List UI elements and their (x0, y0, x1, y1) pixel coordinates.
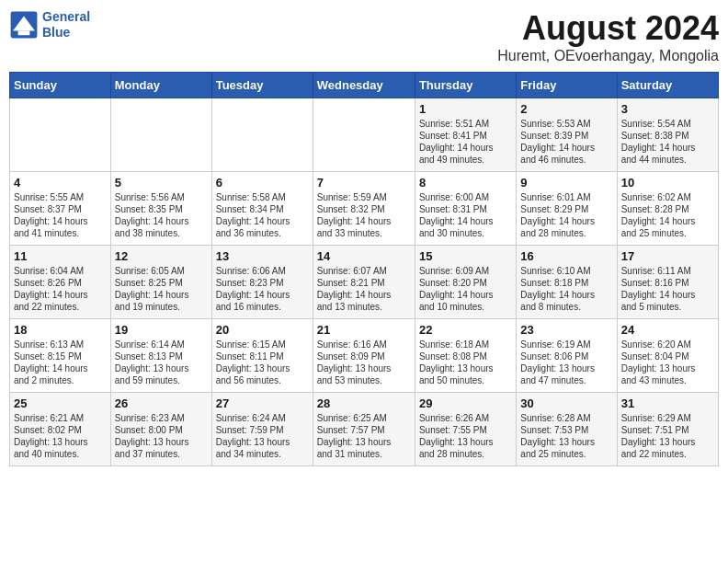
calendar-cell: 5Sunrise: 5:56 AM Sunset: 8:35 PM Daylig… (110, 172, 211, 246)
calendar-cell: 29Sunrise: 6:26 AM Sunset: 7:55 PM Dayli… (415, 393, 516, 466)
logo-line1: General (42, 9, 90, 24)
day-info: Sunrise: 6:00 AM Sunset: 8:31 PM Dayligh… (419, 191, 512, 239)
day-info: Sunrise: 6:14 AM Sunset: 8:13 PM Dayligh… (115, 339, 208, 386)
calendar-cell: 11Sunrise: 6:04 AM Sunset: 8:26 PM Dayli… (10, 246, 111, 319)
day-info: Sunrise: 6:13 AM Sunset: 8:15 PM Dayligh… (14, 339, 107, 386)
day-info: Sunrise: 5:54 AM Sunset: 8:38 PM Dayligh… (621, 118, 714, 166)
day-info: Sunrise: 5:53 AM Sunset: 8:39 PM Dayligh… (520, 118, 612, 166)
day-number: 15 (419, 249, 512, 263)
day-number: 22 (419, 323, 512, 337)
day-number: 10 (621, 176, 714, 190)
calendar-cell: 1Sunrise: 5:51 AM Sunset: 8:41 PM Daylig… (415, 98, 516, 172)
day-number: 26 (115, 396, 208, 410)
calendar-cell: 10Sunrise: 6:02 AM Sunset: 8:28 PM Dayli… (617, 172, 718, 246)
calendar-cell: 18Sunrise: 6:13 AM Sunset: 8:15 PM Dayli… (10, 319, 111, 393)
logo-text: General Blue (42, 9, 90, 40)
day-number: 20 (216, 323, 309, 337)
main-title: August 2024 (497, 9, 719, 48)
calendar-cell: 6Sunrise: 5:58 AM Sunset: 8:34 PM Daylig… (211, 172, 313, 246)
calendar-cell: 27Sunrise: 6:24 AM Sunset: 7:59 PM Dayli… (211, 393, 313, 466)
day-number: 30 (520, 396, 612, 410)
calendar-cell: 26Sunrise: 6:23 AM Sunset: 8:00 PM Dayli… (110, 393, 211, 466)
calendar-cell (313, 98, 415, 172)
day-number: 5 (115, 176, 208, 190)
calendar-cell: 25Sunrise: 6:21 AM Sunset: 8:02 PM Dayli… (10, 393, 111, 466)
calendar-cell: 17Sunrise: 6:11 AM Sunset: 8:16 PM Dayli… (617, 246, 718, 319)
svg-rect-2 (18, 30, 30, 35)
logo-icon (9, 10, 39, 40)
calendar-cell: 3Sunrise: 5:54 AM Sunset: 8:38 PM Daylig… (617, 98, 718, 172)
calendar-cell: 16Sunrise: 6:10 AM Sunset: 8:18 PM Dayli… (517, 246, 617, 319)
calendar-cell (10, 98, 111, 172)
weekday-sunday: Sunday (10, 73, 111, 98)
day-info: Sunrise: 6:06 AM Sunset: 8:23 PM Dayligh… (216, 265, 309, 313)
day-info: Sunrise: 6:04 AM Sunset: 8:26 PM Dayligh… (14, 265, 107, 313)
day-info: Sunrise: 6:05 AM Sunset: 8:25 PM Dayligh… (115, 265, 208, 313)
weekday-wednesday: Wednesday (313, 73, 415, 98)
weekday-tuesday: Tuesday (211, 73, 313, 98)
day-info: Sunrise: 6:29 AM Sunset: 7:51 PM Dayligh… (621, 412, 714, 460)
day-number: 25 (14, 396, 107, 410)
weekday-monday: Monday (110, 73, 211, 98)
day-info: Sunrise: 6:26 AM Sunset: 7:55 PM Dayligh… (419, 412, 512, 460)
weekday-header: SundayMondayTuesdayWednesdayThursdayFrid… (10, 73, 719, 98)
week-row-2: 4Sunrise: 5:55 AM Sunset: 8:37 PM Daylig… (10, 172, 719, 246)
calendar-cell: 12Sunrise: 6:05 AM Sunset: 8:25 PM Dayli… (110, 246, 211, 319)
sub-title: Huremt, OEvoerhangay, Mongolia (497, 48, 719, 64)
title-area: August 2024 Huremt, OEvoerhangay, Mongol… (497, 9, 719, 64)
day-number: 3 (621, 102, 714, 116)
logo: General Blue (9, 9, 90, 40)
day-number: 23 (520, 323, 612, 337)
logo-line2: Blue (42, 25, 70, 40)
day-info: Sunrise: 6:10 AM Sunset: 8:18 PM Dayligh… (520, 265, 612, 313)
day-info: Sunrise: 5:55 AM Sunset: 8:37 PM Dayligh… (14, 191, 107, 239)
weekday-saturday: Saturday (617, 73, 718, 98)
calendar-cell: 31Sunrise: 6:29 AM Sunset: 7:51 PM Dayli… (617, 393, 718, 466)
day-info: Sunrise: 6:20 AM Sunset: 8:04 PM Dayligh… (621, 339, 714, 386)
week-row-3: 11Sunrise: 6:04 AM Sunset: 8:26 PM Dayli… (10, 246, 719, 319)
calendar-cell: 4Sunrise: 5:55 AM Sunset: 8:37 PM Daylig… (10, 172, 111, 246)
day-number: 18 (14, 323, 107, 337)
calendar-cell: 13Sunrise: 6:06 AM Sunset: 8:23 PM Dayli… (211, 246, 313, 319)
day-info: Sunrise: 6:11 AM Sunset: 8:16 PM Dayligh… (621, 265, 714, 313)
calendar-cell: 15Sunrise: 6:09 AM Sunset: 8:20 PM Dayli… (415, 246, 516, 319)
day-info: Sunrise: 6:25 AM Sunset: 7:57 PM Dayligh… (317, 412, 411, 460)
calendar-cell: 28Sunrise: 6:25 AM Sunset: 7:57 PM Dayli… (313, 393, 415, 466)
day-info: Sunrise: 6:07 AM Sunset: 8:21 PM Dayligh… (317, 265, 411, 313)
day-info: Sunrise: 6:16 AM Sunset: 8:09 PM Dayligh… (317, 339, 411, 386)
calendar-cell: 20Sunrise: 6:15 AM Sunset: 8:11 PM Dayli… (211, 319, 313, 393)
weekday-thursday: Thursday (415, 73, 516, 98)
day-number: 8 (419, 176, 512, 190)
calendar-table: SundayMondayTuesdayWednesdayThursdayFrid… (9, 72, 719, 466)
day-number: 6 (216, 176, 309, 190)
day-info: Sunrise: 6:09 AM Sunset: 8:20 PM Dayligh… (419, 265, 512, 313)
day-info: Sunrise: 6:15 AM Sunset: 8:11 PM Dayligh… (216, 339, 309, 386)
day-info: Sunrise: 6:19 AM Sunset: 8:06 PM Dayligh… (520, 339, 612, 386)
day-number: 1 (419, 102, 512, 116)
calendar-cell: 7Sunrise: 5:59 AM Sunset: 8:32 PM Daylig… (313, 172, 415, 246)
day-info: Sunrise: 6:21 AM Sunset: 8:02 PM Dayligh… (14, 412, 107, 460)
week-row-5: 25Sunrise: 6:21 AM Sunset: 8:02 PM Dayli… (10, 393, 719, 466)
calendar-body: 1Sunrise: 5:51 AM Sunset: 8:41 PM Daylig… (10, 98, 719, 466)
calendar-cell: 9Sunrise: 6:01 AM Sunset: 8:29 PM Daylig… (517, 172, 617, 246)
day-number: 11 (14, 249, 107, 263)
day-number: 14 (317, 249, 411, 263)
calendar-cell (211, 98, 313, 172)
week-row-4: 18Sunrise: 6:13 AM Sunset: 8:15 PM Dayli… (10, 319, 719, 393)
calendar-cell: 14Sunrise: 6:07 AM Sunset: 8:21 PM Dayli… (313, 246, 415, 319)
header: General Blue August 2024 Huremt, OEvoerh… (9, 9, 719, 64)
calendar-cell: 23Sunrise: 6:19 AM Sunset: 8:06 PM Dayli… (517, 319, 617, 393)
day-info: Sunrise: 5:51 AM Sunset: 8:41 PM Dayligh… (419, 118, 512, 166)
day-info: Sunrise: 6:18 AM Sunset: 8:08 PM Dayligh… (419, 339, 512, 386)
calendar-cell (110, 98, 211, 172)
day-number: 16 (520, 249, 612, 263)
day-info: Sunrise: 6:23 AM Sunset: 8:00 PM Dayligh… (115, 412, 208, 460)
calendar-cell: 19Sunrise: 6:14 AM Sunset: 8:13 PM Dayli… (110, 319, 211, 393)
week-row-1: 1Sunrise: 5:51 AM Sunset: 8:41 PM Daylig… (10, 98, 719, 172)
calendar-cell: 8Sunrise: 6:00 AM Sunset: 8:31 PM Daylig… (415, 172, 516, 246)
day-number: 12 (115, 249, 208, 263)
day-number: 31 (621, 396, 714, 410)
day-info: Sunrise: 6:28 AM Sunset: 7:53 PM Dayligh… (520, 412, 612, 460)
day-number: 17 (621, 249, 714, 263)
day-number: 28 (317, 396, 411, 410)
